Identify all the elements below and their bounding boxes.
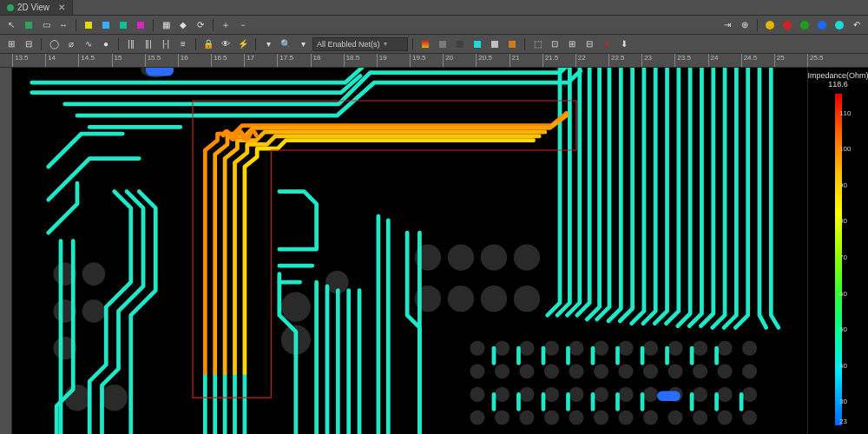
circle-red-icon[interactable]	[779, 17, 795, 33]
drill-icon[interactable]: ⌀	[63, 36, 79, 52]
svg-point-11	[448, 286, 474, 312]
svg-point-32	[594, 364, 608, 378]
view-icon	[7, 4, 14, 11]
align-icon[interactable]: ⇥	[720, 17, 735, 33]
search-icon[interactable]: 🔍	[278, 36, 293, 52]
down-icon[interactable]: ⬇	[616, 36, 632, 52]
circle-blue-icon[interactable]	[814, 17, 830, 33]
swatch5-icon[interactable]	[487, 36, 503, 52]
legend-tick: 23	[839, 418, 847, 425]
svg-point-58	[643, 410, 658, 424]
separator	[412, 38, 413, 50]
padstack-icon[interactable]: ◯	[46, 36, 62, 52]
swatch4-icon[interactable]	[470, 36, 485, 52]
svg-point-14	[514, 286, 540, 312]
svg-point-41	[519, 387, 534, 402]
ruler-tick: 22.5	[608, 54, 625, 68]
lock-icon[interactable]: 🔒	[201, 36, 216, 52]
svg-point-19	[569, 341, 583, 356]
ruler-icon[interactable]: ↔	[56, 17, 71, 33]
ruler-tick: 25	[774, 54, 785, 68]
ruler-tick: 21.5	[542, 54, 559, 68]
svg-point-13	[514, 244, 540, 270]
swatch6-icon[interactable]	[504, 36, 520, 52]
svg-point-51	[470, 410, 484, 424]
svg-point-26	[742, 341, 757, 356]
swatch2-icon[interactable]	[435, 36, 450, 52]
pcb-canvas[interactable]	[12, 68, 807, 434]
snap-icon[interactable]: ⊕	[737, 17, 753, 33]
svg-point-6	[102, 385, 128, 411]
lightning-icon[interactable]: ⚡	[235, 36, 251, 52]
legend-tick: 100	[839, 145, 851, 153]
opt4-icon[interactable]: ⊟	[582, 36, 597, 52]
dim3-icon[interactable]: |·|	[158, 36, 174, 52]
dim4-icon[interactable]: ≡	[175, 36, 191, 52]
svg-point-16	[495, 341, 510, 356]
svg-point-20	[594, 341, 608, 356]
cancel-icon[interactable]: ✕	[599, 36, 615, 52]
opt1-icon[interactable]: ⬚	[529, 36, 545, 52]
svg-point-35	[667, 364, 682, 378]
legend-tick: 60	[839, 290, 847, 298]
svg-point-36	[693, 364, 707, 378]
net-filter-dropdown[interactable]: All Enabled Net(s) ▾	[312, 37, 408, 51]
box-icon[interactable]: ▭	[38, 17, 54, 33]
ruler-tick: 16.5	[211, 54, 227, 68]
separator	[76, 19, 76, 31]
app-root: 2D View ✕ ↖ ▭ ↔ ▦ ◆ ⟳ ＋ － ⇥ ⊕ ↶ ⊞ ⊟	[0, 0, 868, 434]
toggle1-icon[interactable]	[81, 17, 96, 33]
ruler-tick: 24.5	[741, 54, 758, 68]
legend-tick: 30	[839, 398, 847, 405]
tool-b-icon[interactable]: ⊟	[21, 36, 36, 52]
tab-2d-view[interactable]: 2D View ✕	[0, 0, 73, 15]
eye-icon[interactable]: 👁	[218, 36, 233, 52]
ruler-tick: 21	[510, 54, 520, 68]
svg-point-15	[470, 341, 484, 356]
chevron-down-icon[interactable]: ▾	[260, 36, 276, 52]
toggle4-icon[interactable]	[133, 17, 148, 33]
route-icon[interactable]: ∿	[81, 36, 96, 52]
swatch3-icon[interactable]	[452, 36, 468, 52]
cursor-icon[interactable]: ↖	[3, 17, 19, 33]
svg-point-9	[481, 244, 507, 270]
circle-yellow-icon[interactable]	[762, 17, 778, 33]
dim1-icon[interactable]: |‖	[123, 36, 139, 52]
separator	[524, 38, 525, 50]
close-icon[interactable]: ✕	[58, 3, 65, 12]
ruler-tick: 15	[112, 54, 122, 68]
tabbar: 2D View ✕	[0, 0, 868, 16]
undo-icon[interactable]: ↶	[849, 17, 865, 33]
legend-tick: 110	[839, 109, 851, 117]
svg-point-52	[495, 410, 510, 424]
chevron-down-icon[interactable]: ▾	[295, 36, 311, 52]
svg-point-8	[448, 244, 474, 270]
opt3-icon[interactable]: ⊞	[564, 36, 580, 52]
separator	[255, 38, 256, 50]
toggle2-icon[interactable]	[98, 17, 114, 33]
circle-green-icon[interactable]	[797, 17, 812, 33]
via-icon[interactable]: ●	[98, 36, 114, 52]
swatch1-icon[interactable]	[418, 36, 433, 52]
net-filter-value: All Enabled Net(s)	[317, 40, 380, 49]
poly-icon[interactable]: ◆	[175, 17, 191, 33]
ruler-horizontal[interactable]: 13.51414.51515.51616.51717.51818.51919.5…	[0, 54, 868, 68]
refresh-icon[interactable]: ⟳	[193, 17, 208, 33]
ruler-vertical[interactable]	[0, 68, 12, 434]
toolbar-main: ↖ ▭ ↔ ▦ ◆ ⟳ ＋ － ⇥ ⊕ ↶	[0, 16, 868, 35]
tool-a-icon[interactable]: ⊞	[3, 36, 19, 52]
chevron-down-icon: ▾	[384, 40, 387, 48]
impedance-legend: Impedance(Ohm) 118.6 1101009080706050403…	[807, 68, 868, 434]
zoomout-icon[interactable]: －	[235, 17, 251, 33]
dim2-icon[interactable]: ‖|	[141, 36, 156, 52]
svg-point-59	[667, 410, 682, 424]
opt2-icon[interactable]: ⊡	[547, 36, 562, 52]
grid-icon[interactable]: ▦	[158, 17, 174, 33]
legend-tick: 70	[839, 253, 847, 261]
ruler-tick: 24	[708, 54, 719, 68]
zoomin-icon[interactable]: ＋	[218, 17, 233, 33]
toggle3-icon[interactable]	[115, 17, 131, 33]
circle-cyan-icon[interactable]	[832, 17, 847, 33]
layers-icon[interactable]	[21, 17, 36, 33]
legend-tick: 80	[839, 217, 847, 225]
